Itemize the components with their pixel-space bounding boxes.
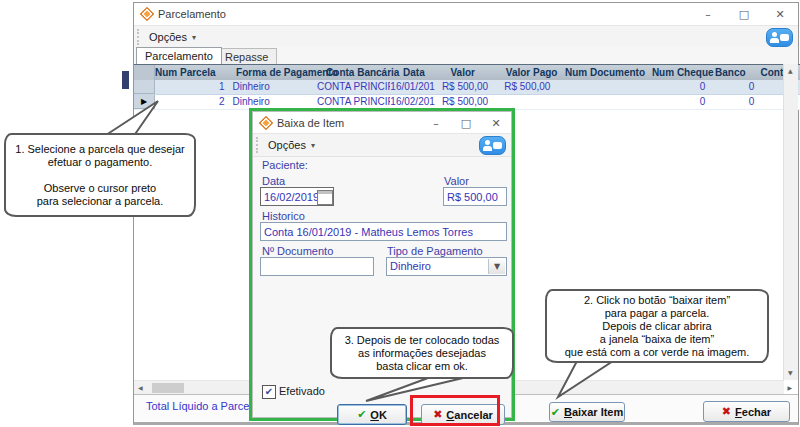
col-data: Data: [403, 65, 450, 81]
bubble-line: 2. Click no botão “baixar item”: [551, 294, 763, 307]
valor-input[interactable]: [443, 187, 507, 206]
bubble-line: 1. Selecione a parcela que desejar: [10, 143, 190, 156]
bubble-line: basta clicar em ok.: [336, 360, 508, 373]
header-gutter: [134, 65, 155, 81]
fechar-button[interactable]: ✖ Fechar: [703, 401, 790, 422]
maximize-button[interactable]: □: [726, 8, 762, 21]
baixar-item-button[interactable]: ✔ Baixar Item: [549, 402, 625, 422]
contacts-button[interactable]: [766, 28, 793, 47]
dialog-maximize-button[interactable]: □: [451, 117, 481, 130]
historico-label: Historico: [262, 210, 305, 222]
main-titlebar: Parcelamento – □ ✕: [134, 3, 798, 25]
bubble-line: Depois de clicar abrira: [551, 320, 763, 333]
row-gutter: [134, 80, 155, 94]
calendar-icon[interactable]: [317, 190, 333, 205]
background-artifact: [122, 71, 129, 89]
tipo-pagamento-label: Tipo de Pagamento: [387, 245, 483, 257]
col-conta-bancaria: Conta Bancária: [326, 65, 403, 81]
bubble-line: efetuar o pagamento.: [10, 156, 190, 169]
table-row[interactable]: 1 Dinheiro CONTA PRINCIPAL 16/01/2019 R$…: [134, 80, 800, 95]
chat-bubble-icon: [493, 142, 502, 149]
tab-bar: Parcelamento Repasse: [134, 47, 798, 64]
bubble-line: Observe o cursor preto: [10, 182, 190, 195]
person-icon: [485, 140, 490, 145]
menu-opcoes[interactable]: Opções ▾: [142, 29, 203, 45]
checkbox-check-icon: ✔: [265, 387, 273, 397]
row-cursor-icon: ▶: [141, 98, 147, 106]
app-diamond-icon: [259, 116, 273, 130]
num-documento-input[interactable]: [260, 257, 374, 276]
annotation-bubble-1: 1. Selecione a parcela que desejar efetu…: [4, 133, 196, 217]
num-documento-label: Nº Documento: [262, 245, 333, 257]
tab-repasse[interactable]: Repasse: [216, 48, 277, 64]
dialog-title: Baixa de Item: [277, 117, 344, 129]
col-num-documento: Num Documento: [565, 65, 652, 81]
bubble-line: para selecionar a parcela.: [10, 195, 190, 208]
person-icon: [772, 32, 777, 37]
col-num-cheque: Num Cheque: [652, 65, 715, 81]
dialog-contacts-button[interactable]: [479, 136, 506, 155]
historico-input[interactable]: [260, 222, 507, 241]
efetivado-label: Efetivado: [279, 385, 325, 397]
row-gutter-selected: ▶: [134, 95, 155, 109]
close-button[interactable]: ✕: [762, 8, 798, 21]
screenshot-root: Parcelamento – □ ✕ Opções ▾ Parcelamento…: [0, 0, 800, 427]
dialog-menu-opcoes[interactable]: Opções ▾: [261, 137, 322, 153]
scroll-left-icon[interactable]: ◀: [138, 385, 143, 391]
bubble-line: a janela “baixa de item”: [551, 333, 763, 346]
valor-label: Valor: [444, 175, 469, 187]
annotation-bubble-3: 3. Depois de ter colocado todas as infor…: [330, 327, 514, 379]
dialog-minimize-button[interactable]: –: [421, 117, 451, 130]
paciente-label: Paciente:: [262, 159, 308, 171]
main-window-title: Parcelamento: [158, 8, 226, 20]
scroll-down-icon[interactable]: ▼: [788, 370, 793, 376]
dialog-close-button[interactable]: ✕: [481, 117, 511, 130]
col-valor: Valor: [450, 65, 505, 81]
tab-parcelamento[interactable]: Parcelamento: [136, 47, 222, 64]
dialog-titlebar: Baixa de Item – □ ✕: [253, 112, 511, 135]
bubble-line: para pagar a parcela.: [551, 307, 763, 320]
total-liquido-label: Total Líquido a Parce: [146, 400, 249, 412]
bubble-line: [10, 169, 190, 182]
col-valor-pago: Valor Pago: [506, 65, 565, 81]
col-forma-pagamento: Forma de Pagamento: [232, 65, 326, 81]
efetivado-checkbox[interactable]: ✔: [262, 385, 276, 399]
scroll-right-icon[interactable]: ▶: [787, 385, 792, 391]
tipo-pagamento-select[interactable]: Dinheiro ▼: [386, 257, 507, 276]
app-diamond-icon: [140, 7, 154, 21]
combo-arrow-icon[interactable]: ▼: [488, 259, 505, 274]
check-icon: ✔: [357, 408, 366, 421]
minimize-button[interactable]: –: [690, 8, 726, 21]
dialog-toolbar: Opções ▾: [253, 133, 511, 157]
chat-bubble-icon: [780, 34, 789, 41]
scroll-up-icon[interactable]: ▲: [788, 68, 793, 74]
chevron-down-icon: ▾: [192, 33, 196, 42]
bubble-line: 3. Depois de ter colocado todas: [336, 334, 508, 347]
red-highlight-rectangle: [410, 395, 500, 426]
bubble-line: que está com a cor verde na imagem.: [551, 346, 763, 359]
col-banco: Banco: [715, 65, 760, 81]
annotation-bubble-2: 2. Click no botão “baixar item” para pag…: [545, 289, 769, 363]
chevron-down-icon: ▾: [311, 141, 315, 150]
data-label: Data: [262, 175, 285, 187]
check-icon: ✔: [551, 406, 560, 419]
x-icon: ✖: [722, 405, 731, 418]
vertical-scrollbar[interactable]: ▲ ▼: [783, 64, 798, 380]
main-toolbar: Opções ▾: [134, 25, 798, 49]
bubble-line: as informações desejadas: [336, 347, 508, 360]
ok-button[interactable]: ✔ OK: [337, 404, 407, 425]
hscroll-thumb[interactable]: [152, 383, 184, 393]
col-num-parcela: Num Parcela: [155, 65, 232, 81]
